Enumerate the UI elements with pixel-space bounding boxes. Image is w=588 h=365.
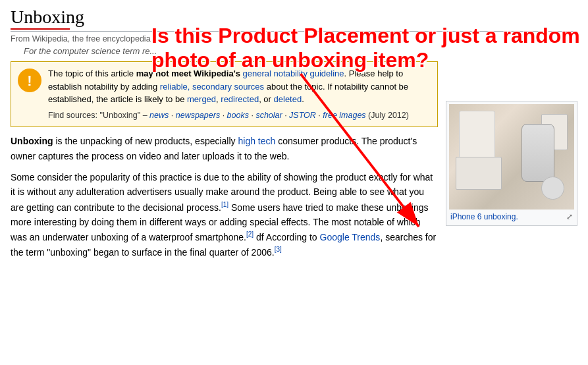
from-wikipedia: From Wikipedia, the free encyclopedia bbox=[11, 34, 577, 43]
books-link[interactable]: books bbox=[227, 111, 249, 120]
find-sources-query: "Unboxing" – bbox=[100, 111, 150, 120]
jstor-link[interactable]: JSTOR bbox=[289, 111, 316, 120]
citation-2[interactable]: [2] bbox=[246, 231, 254, 238]
news-link[interactable]: news bbox=[149, 111, 169, 120]
deleted-link[interactable]: deleted bbox=[274, 94, 302, 104]
notice-bold: may not meet Wikipedia's bbox=[136, 69, 240, 78]
box-shape-2 bbox=[456, 157, 502, 190]
unboxing-bold: Unboxing bbox=[11, 136, 53, 146]
paragraph-2: Some consider the popularity of this pra… bbox=[11, 170, 438, 260]
redirected-link[interactable]: redirected bbox=[221, 94, 259, 104]
find-sources-label: Find sources: bbox=[48, 111, 97, 120]
page-wrapper: Unboxing From Wikipedia, the free encycl… bbox=[0, 0, 588, 273]
google-trends-link[interactable]: Google Trends bbox=[320, 232, 381, 242]
notice-box: ! The topic of this article may not meet… bbox=[11, 61, 438, 127]
caption-text: iPhone 6 unboxing. bbox=[450, 212, 518, 221]
content-area: ! The topic of this article may not meet… bbox=[11, 61, 577, 266]
image-caption: iPhone 6 unboxing. ⤢ bbox=[449, 210, 574, 223]
body-text: Unboxing is the unpacking of new product… bbox=[11, 134, 438, 260]
notability-link[interactable]: general notability guideline bbox=[243, 69, 344, 78]
free-images-link[interactable]: free images bbox=[323, 111, 365, 120]
paragraph-1: Unboxing is the unpacking of new product… bbox=[11, 134, 438, 163]
image-box: iPhone 6 unboxing. ⤢ bbox=[446, 101, 577, 226]
high-tech-link[interactable]: high tech bbox=[238, 136, 275, 146]
reliable-sources-link[interactable]: reliable, secondary sources bbox=[160, 82, 264, 92]
expand-icon[interactable]: ⤢ bbox=[566, 212, 573, 221]
notice-text: The topic of this article may not meet W… bbox=[48, 67, 431, 121]
hatnote: For the computer science term re... bbox=[24, 46, 577, 56]
citation-3[interactable]: [3] bbox=[275, 246, 282, 253]
newspapers-link[interactable]: newspapers bbox=[176, 111, 220, 120]
phone-shape bbox=[521, 124, 554, 182]
warning-icon: ! bbox=[18, 69, 41, 92]
notice-main-text: The topic of this article may not meet W… bbox=[48, 69, 408, 104]
page-title: Unboxing bbox=[11, 7, 577, 32]
citation-1[interactable]: [1] bbox=[221, 201, 228, 208]
earbuds-shape bbox=[541, 177, 564, 200]
main-content: ! The topic of this article may not meet… bbox=[11, 61, 438, 266]
sep1: · bbox=[171, 111, 176, 120]
scholar-link[interactable]: scholar bbox=[255, 111, 282, 120]
image-preview bbox=[449, 104, 574, 210]
date-label: (July 2012) bbox=[368, 111, 409, 120]
merged-link[interactable]: merged bbox=[187, 94, 216, 104]
unboxing-photo bbox=[449, 104, 574, 210]
box-shape-1 bbox=[459, 111, 495, 160]
sep2: · bbox=[223, 111, 227, 120]
find-sources: Find sources: "Unboxing" – news · newspa… bbox=[48, 109, 431, 122]
